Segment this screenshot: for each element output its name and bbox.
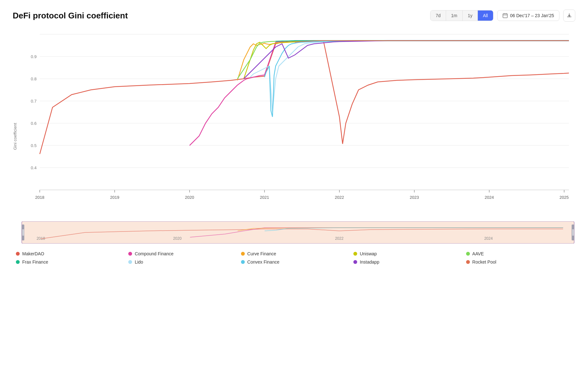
legend-label-curve: Curve Finance <box>247 251 276 256</box>
mini-chart-svg: 2018 2020 2022 2024 <box>21 221 575 244</box>
legend-item-lido: Lido <box>128 259 234 265</box>
legend-label-compound: Compound Finance <box>135 251 173 256</box>
legend-dot-instadapp <box>353 260 357 264</box>
svg-rect-0 <box>503 14 507 18</box>
time-btn-all[interactable]: All <box>478 10 493 21</box>
legend-dot-convex <box>241 260 245 264</box>
time-btn-7d[interactable]: 7d <box>431 10 446 21</box>
svg-text:2023: 2023 <box>410 195 419 200</box>
date-range-text: 06 Dec'17 – 23 Jan'25 <box>510 13 554 18</box>
svg-text:0.5: 0.5 <box>31 143 37 148</box>
controls: 7d 1m 1y All 06 Dec'17 – 23 Jan'25 <box>430 10 575 22</box>
legend-dot-compound <box>128 252 132 256</box>
lido-line <box>250 41 569 112</box>
instadapp-line <box>244 41 569 79</box>
svg-text:2024: 2024 <box>484 236 493 241</box>
legend-item-curve: Curve Finance <box>241 251 347 256</box>
chart-wrapper: Gini coefficient 0.9 <box>13 28 575 245</box>
legend-item-frax: Frax Finance <box>16 259 122 265</box>
calendar-icon <box>503 13 508 18</box>
time-button-group: 7d 1m 1y All <box>430 10 493 21</box>
legend-dot-aave <box>466 252 470 256</box>
chart-legend: MakerDAO Compound Finance Curve Finance … <box>13 251 575 265</box>
svg-text:2021: 2021 <box>260 195 269 200</box>
svg-text:0.6: 0.6 <box>31 121 37 126</box>
page-container: DeFi protocol Gini coefficient 7d 1m 1y … <box>0 0 588 274</box>
svg-text:2018: 2018 <box>35 195 44 200</box>
date-range-picker[interactable]: 06 Dec'17 – 23 Jan'25 <box>497 10 559 21</box>
download-button[interactable] <box>563 10 575 22</box>
svg-text:2025: 2025 <box>559 195 569 200</box>
legend-item-rocketpool: Rocket Pool <box>466 259 572 265</box>
svg-text:0.4: 0.4 <box>31 165 37 170</box>
legend-label-frax: Frax Finance <box>22 259 48 265</box>
legend-item-aave: AAVE <box>466 251 572 256</box>
chart-area: Gini coefficient 0.9 <box>13 28 575 265</box>
legend-item-makerdao: MakerDAO <box>16 251 122 256</box>
makerdao-line <box>40 41 569 154</box>
header: DeFi protocol Gini coefficient 7d 1m 1y … <box>13 10 575 22</box>
svg-text:0.7: 0.7 <box>31 99 37 104</box>
mini-chart-container: 2018 2020 2022 2024 <box>21 221 575 245</box>
legend-dot-lido <box>128 260 132 264</box>
time-btn-1y[interactable]: 1y <box>463 10 478 21</box>
time-btn-1m[interactable]: 1m <box>446 10 463 21</box>
uniswap-line <box>244 41 569 79</box>
svg-text:2020: 2020 <box>173 236 182 241</box>
page-title: DeFi protocol Gini coefficient <box>13 11 128 21</box>
svg-rect-35 <box>22 225 24 240</box>
svg-text:2024: 2024 <box>484 195 494 200</box>
legend-dot-uniswap <box>353 252 357 256</box>
legend-item-compound: Compound Finance <box>128 251 234 256</box>
main-chart-svg: 0.9 0.8 0.7 0.6 0.5 0.4 <box>21 28 575 218</box>
y-axis-label: Gini coefficient <box>13 28 17 245</box>
legend-dot-frax <box>16 260 20 264</box>
legend-label-makerdao: MakerDAO <box>22 251 44 256</box>
legend-label-uniswap: Uniswap <box>360 251 377 256</box>
legend-dot-curve <box>241 252 245 256</box>
svg-text:2022: 2022 <box>335 195 344 200</box>
main-chart: 0.9 0.8 0.7 0.6 0.5 0.4 <box>21 28 575 220</box>
svg-text:2022: 2022 <box>335 236 344 241</box>
svg-text:0.8: 0.8 <box>31 77 37 81</box>
legend-label-aave: AAVE <box>472 251 484 256</box>
legend-item-uniswap: Uniswap <box>353 251 459 256</box>
chart-inner: 0.9 0.8 0.7 0.6 0.5 0.4 <box>21 28 575 245</box>
legend-item-instadapp: Instadapp <box>353 259 459 265</box>
legend-item-convex: Convex Finance <box>241 259 347 265</box>
legend-dot-rocketpool <box>466 260 470 264</box>
svg-text:2019: 2019 <box>110 195 119 200</box>
legend-label-instadapp: Instadapp <box>360 259 379 265</box>
svg-rect-38 <box>572 225 574 240</box>
svg-text:2020: 2020 <box>185 195 194 200</box>
legend-dot-makerdao <box>16 252 20 256</box>
legend-label-rocketpool: Rocket Pool <box>472 259 496 265</box>
download-icon <box>567 13 572 18</box>
svg-text:0.9: 0.9 <box>31 54 37 59</box>
legend-label-lido: Lido <box>135 259 143 265</box>
legend-label-convex: Convex Finance <box>247 259 279 265</box>
